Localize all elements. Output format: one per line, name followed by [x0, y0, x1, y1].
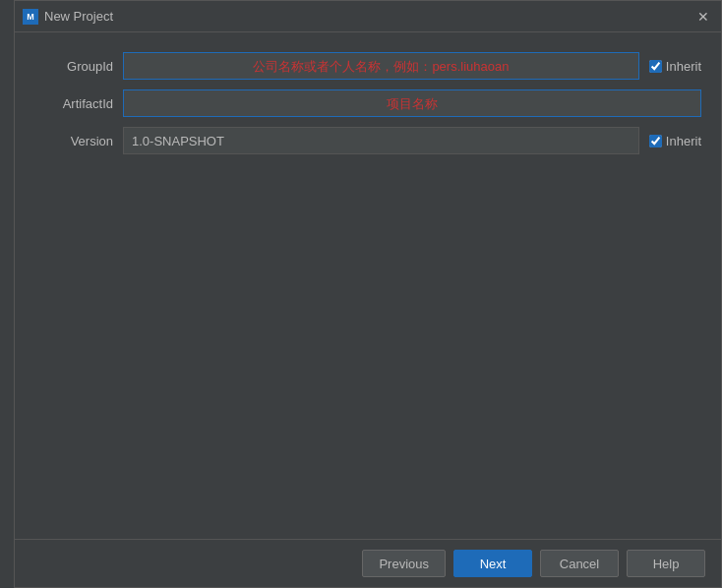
version-label: Version — [34, 134, 113, 148]
dialog-content: GroupId Inherit ArtifactId Version Inher… — [15, 32, 721, 539]
dialog-icon: M — [23, 9, 38, 25]
sidebar-strip — [0, 0, 14, 588]
artifactid-label: ArtifactId — [34, 96, 113, 111]
title-bar-left: M New Project — [23, 9, 113, 25]
groupid-inherit-wrap: Inherit — [649, 59, 701, 74]
help-button[interactable]: Help — [627, 550, 705, 577]
new-project-dialog: M New Project ✕ GroupId Inherit Artifact… — [14, 0, 722, 588]
artifactid-row: ArtifactId — [34, 89, 701, 117]
groupid-inherit-label: Inherit — [666, 59, 701, 74]
version-row: Version Inherit — [34, 127, 701, 154]
artifactid-input[interactable] — [123, 89, 701, 117]
previous-button[interactable]: Previous — [362, 550, 446, 577]
close-button[interactable]: ✕ — [693, 7, 713, 27]
version-inherit-checkbox[interactable] — [649, 135, 662, 147]
version-inherit-label: Inherit — [666, 134, 701, 148]
version-inherit-wrap: Inherit — [649, 134, 701, 148]
groupid-inherit-checkbox[interactable] — [649, 60, 662, 73]
next-button[interactable]: Next — [453, 550, 532, 577]
cancel-button[interactable]: Cancel — [540, 550, 619, 577]
svg-text:M: M — [27, 12, 34, 22]
version-input[interactable] — [123, 127, 639, 154]
groupid-label: GroupId — [34, 59, 113, 74]
title-bar: M New Project ✕ — [15, 1, 721, 32]
dialog-footer: Previous Next Cancel Help — [15, 539, 721, 587]
groupid-input[interactable] — [123, 52, 639, 80]
content-spacer — [34, 164, 701, 529]
dialog-title: New Project — [44, 9, 113, 24]
groupid-row: GroupId Inherit — [34, 52, 701, 80]
